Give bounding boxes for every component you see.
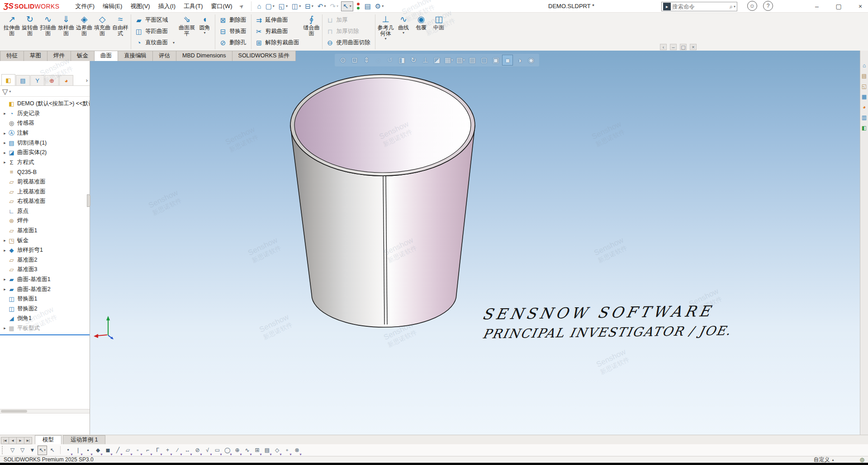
rollback-bar[interactable]: [0, 334, 90, 335]
offset-surface-button[interactable]: ◫ 等距曲面: [135, 26, 175, 37]
filter-mate-references-button[interactable]: ⊗ ▼: [292, 446, 302, 455]
command-tab[interactable]: 评估: [152, 51, 176, 61]
filter-notes-button[interactable]: ▭ ▼: [213, 446, 222, 455]
filter-hole-callouts-button[interactable]: ⊘ ▼: [193, 446, 202, 455]
dropdown-arrow-icon[interactable]: ▾: [204, 31, 206, 35]
save-button[interactable]: ◫ ▾: [290, 1, 302, 11]
undo-button[interactable]: ↶ ▾: [316, 1, 327, 11]
shaded-button[interactable]: ■: [502, 55, 513, 66]
tree-item[interactable]: ▸ ▦ 平板型式: [0, 324, 90, 333]
expand-arrow-icon[interactable]: ▸: [2, 131, 8, 136]
tree-item[interactable]: ▸ ◔ 历史记录: [0, 109, 90, 119]
curves-button[interactable]: ∿ 曲线 ▾: [395, 13, 413, 51]
tree-item[interactable]: ▸ ▰ 曲面-基准面1: [0, 275, 90, 285]
rotate-view-button[interactable]: ↻: [408, 55, 419, 66]
dropdown-arrow-icon[interactable]: ▾: [463, 58, 465, 62]
filter-sketch-segments-button[interactable]: ⌐ ▼: [143, 446, 152, 455]
menu-item[interactable]: 编辑(E): [99, 0, 126, 13]
doc-close-button[interactable]: ×: [690, 44, 697, 50]
delete-hole-button[interactable]: ⊘ 删除孔: [219, 38, 247, 48]
filter-sketch-points-button[interactable]: ▫ ▼: [133, 446, 142, 455]
command-tab[interactable]: 特征: [0, 51, 24, 61]
design-library-tab[interactable]: ▤: [861, 73, 868, 80]
expand-arrow-icon[interactable]: ▸: [2, 248, 8, 253]
dropdown-arrow-icon[interactable]: ▾: [324, 4, 326, 8]
custom-properties-tab[interactable]: ▥: [861, 114, 868, 121]
filter-midpoints-button[interactable]: Γ ▼: [153, 446, 162, 455]
solidworks-resources-tab[interactable]: ⌂: [861, 62, 868, 69]
tab-nav-button[interactable]: ◀: [9, 437, 17, 444]
pin-menu-icon[interactable]: ➤: [237, 2, 245, 10]
filter-datums-button[interactable]: ⊕ ▼: [232, 446, 242, 455]
tree-item[interactable]: ▸ ◆ 放样折弯1: [0, 245, 90, 255]
configurationmanager-tab[interactable]: Y: [30, 75, 44, 85]
hidden-lines-visible-button[interactable]: ▨: [467, 55, 478, 66]
tree-item[interactable]: ◎ 传感器: [0, 118, 90, 128]
menu-item[interactable]: 工具(T): [180, 0, 207, 13]
command-tab[interactable]: 钣金: [71, 51, 95, 61]
dropdown-arrow-icon[interactable]: ▾: [337, 4, 338, 8]
magnified-selection-button[interactable]: ↖: [47, 446, 57, 455]
tree-item[interactable]: ▸ ◳ 钣金: [0, 235, 90, 245]
tree-item[interactable]: ▱ 右视基准面: [0, 197, 90, 207]
cylinder-model[interactable]: [276, 72, 493, 343]
menu-item[interactable]: 插入(I): [154, 0, 180, 13]
tree-item[interactable]: ▸ ◪ 曲面实体(2): [0, 148, 90, 158]
expand-arrow-icon[interactable]: ▸: [2, 111, 8, 116]
filter-dimensions-button[interactable]: ↔ ▼: [183, 446, 192, 455]
select-all-filters-button[interactable]: ▼: [28, 446, 37, 455]
tab-nav-button[interactable]: ▶: [16, 437, 24, 444]
knit-surface-button[interactable]: ∮ 缝合曲 面: [303, 13, 321, 51]
search-icon[interactable]: ⌕: [730, 3, 733, 10]
user-account-icon[interactable]: ☺: [747, 1, 757, 11]
model-tab[interactable]: 运动算例 1: [63, 435, 105, 444]
command-tab[interactable]: MBD Dimensions: [176, 51, 232, 61]
shaded-with-edges-button[interactable]: ▣: [490, 55, 501, 66]
revolved-surface-button[interactable]: ↻ 旋转曲 面: [21, 13, 39, 51]
dropdown-arrow-icon[interactable]: ▾: [350, 4, 351, 8]
tab-nav-button[interactable]: ▶|: [24, 437, 32, 444]
tree-item[interactable]: ▸ ▰ 曲面-基准面2: [0, 284, 90, 294]
print-button[interactable]: ⊟ ▾: [304, 1, 315, 11]
tree-item[interactable]: ▱ 前视基准面: [0, 177, 90, 187]
filter-surface-finish-button[interactable]: √ ▼: [203, 446, 212, 455]
tree-item[interactable]: ▸ Ⓐ 注解: [0, 128, 90, 138]
extend-surface-button[interactable]: ⇉ 延伸曲面: [255, 15, 299, 25]
delete-face-button[interactable]: ⊠ 删除面: [219, 15, 247, 25]
filter-funnel-icon[interactable]: ▽: [2, 87, 8, 96]
panel-expand-arrow[interactable]: ›: [86, 75, 88, 85]
appearances-scenes-tab[interactable]: ◕: [861, 104, 868, 111]
view-orientation-button[interactable]: ▦ ▾: [443, 55, 454, 66]
tree-item[interactable]: ▸ Σ 方程式: [0, 158, 90, 168]
dynamic-annotation-button[interactable]: ◪: [432, 55, 442, 66]
tree-item[interactable]: ◢ 倒角1: [0, 314, 90, 324]
zoom-in-out-button[interactable]: ⇕: [361, 55, 372, 66]
untrim-surface-button[interactable]: ⊞ 解除剪裁曲面: [255, 38, 299, 48]
filter-surface-bodies-button[interactable]: ◆ ▼: [93, 446, 103, 455]
performance-evaluation-button[interactable]: [355, 1, 362, 11]
filter-balloons-button[interactable]: ◯ ▼: [223, 446, 232, 455]
redo-button[interactable]: ↷ ▾: [328, 1, 340, 11]
hidden-lines-removed-button[interactable]: ▢: [479, 55, 489, 66]
file-explorer-tab[interactable]: ◱: [861, 83, 868, 90]
toolbar-grip[interactable]: [2, 446, 5, 454]
filter-solid-bodies-button[interactable]: ◼ ▼: [103, 446, 113, 455]
tree-item[interactable]: ◫ 替换面2: [0, 304, 90, 314]
command-tab[interactable]: 草图: [24, 51, 47, 61]
tree-item[interactable]: ▱ 上视基准面: [0, 187, 90, 197]
swept-surface-button[interactable]: ∿ 扫描曲 面: [39, 13, 57, 51]
midsurface-button[interactable]: ◫ 中面: [430, 13, 448, 51]
model-tab[interactable]: 模型: [35, 435, 62, 444]
expand-arrow-icon[interactable]: ▸: [2, 287, 8, 291]
expand-arrow-icon[interactable]: ▸: [2, 277, 8, 282]
previous-view-button[interactable]: ↺: [384, 55, 395, 66]
ruled-surface-button[interactable]: ◔ 直纹曲面 ▾: [135, 38, 175, 48]
dropdown-arrow-icon[interactable]: ▾: [385, 37, 387, 41]
displaymanager-tab[interactable]: ◕: [59, 75, 73, 85]
restore-button[interactable]: ▢: [835, 3, 843, 10]
expand-arrow-icon[interactable]: ▸: [2, 326, 8, 330]
tab-nav-button[interactable]: |◀: [1, 437, 9, 444]
open-button[interactable]: ◱ ▾: [277, 1, 289, 11]
expand-arrow-icon[interactable]: ▸: [2, 150, 8, 155]
view-settings-button[interactable]: ◑: [514, 55, 525, 66]
